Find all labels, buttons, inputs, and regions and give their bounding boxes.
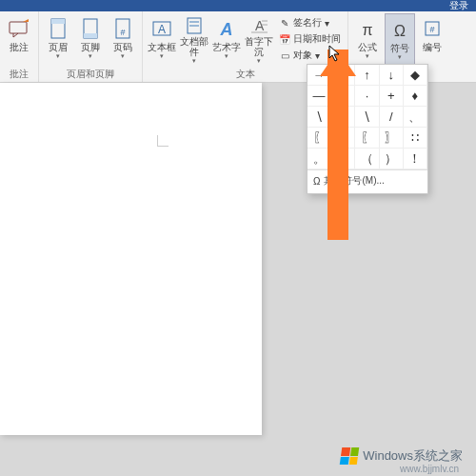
symbol-cell[interactable]: ∷ bbox=[404, 128, 427, 149]
windows-logo-icon bbox=[340, 447, 360, 465]
symbol-cell[interactable]: 〗 bbox=[331, 128, 355, 149]
title-bar: 登录 bbox=[0, 0, 476, 11]
chevron-down-icon: ▾ bbox=[325, 18, 329, 29]
signature-button[interactable]: ✎签名行 ▾ bbox=[276, 15, 344, 30]
document-page[interactable] bbox=[0, 83, 262, 435]
margin-marker bbox=[157, 135, 169, 147]
login-label[interactable]: 登录 bbox=[449, 0, 468, 12]
chevron-down-icon: ▾ bbox=[192, 57, 196, 65]
chevron-down-icon: ▾ bbox=[398, 53, 402, 61]
symbol-cell[interactable]: ！ bbox=[404, 149, 427, 169]
symbol-cell[interactable]: 〗 bbox=[380, 128, 404, 149]
symbol-cell[interactable]: ◆ bbox=[404, 65, 427, 86]
dropcap-button[interactable]: A 首字下沉 ▾ bbox=[244, 13, 274, 67]
symbol-dropdown-panel: →←↑↓◆—、·+♦∖/∖/、〖〗〖〗∷。¥（）！ Ω 其他符号(M)... bbox=[307, 64, 428, 194]
more-symbols-button[interactable]: Ω 其他符号(M)... bbox=[307, 169, 427, 191]
dropcap-icon: A bbox=[248, 15, 269, 36]
watermark: Windows系统之家 bbox=[341, 447, 463, 465]
svg-text:π: π bbox=[362, 22, 372, 38]
symbol-cell[interactable]: ↓ bbox=[380, 65, 404, 86]
symbol-cell[interactable]: （ bbox=[355, 149, 379, 169]
svg-text:Ω: Ω bbox=[394, 23, 406, 39]
svg-text:A: A bbox=[220, 20, 233, 39]
symbol-icon: Ω bbox=[313, 176, 320, 187]
signature-icon: ✎ bbox=[279, 17, 290, 29]
group-label-comments: 批注 bbox=[10, 68, 29, 81]
textbox-icon: A bbox=[151, 15, 172, 42]
quick-parts-button[interactable]: 文档部件 ▾ bbox=[179, 13, 209, 67]
chevron-down-icon: ▾ bbox=[89, 52, 92, 60]
group-header-footer: 页眉 ▾ 页脚 ▾ # 页码 ▾ 页眉和页脚 bbox=[39, 11, 143, 82]
object-icon: ▭ bbox=[279, 50, 290, 61]
chevron-down-icon: ▾ bbox=[366, 52, 369, 60]
symbol-cell[interactable]: 、 bbox=[404, 107, 427, 128]
header-button[interactable]: 页眉 ▾ bbox=[43, 13, 73, 67]
comment-icon bbox=[8, 15, 30, 42]
symbol-cell[interactable]: ∖ bbox=[307, 107, 331, 128]
symbol-cell[interactable]: ← bbox=[331, 65, 355, 86]
group-comments: 批注 批注 bbox=[0, 11, 39, 82]
symbol-cell[interactable]: + bbox=[380, 86, 404, 107]
datetime-button[interactable]: 📅日期和时间 bbox=[276, 31, 344, 47]
chevron-down-icon: ▾ bbox=[315, 50, 320, 61]
quick-parts-icon bbox=[185, 15, 204, 36]
equation-icon: π bbox=[357, 15, 378, 42]
chevron-down-icon: ▾ bbox=[160, 52, 164, 60]
symbol-cell[interactable]: ↑ bbox=[355, 65, 379, 86]
page-number-button[interactable]: # 页码 ▾ bbox=[108, 13, 138, 67]
symbol-cell[interactable]: 〖 bbox=[307, 128, 331, 149]
symbol-cell[interactable]: → bbox=[307, 65, 331, 86]
symbol-cell[interactable]: 、 bbox=[331, 86, 355, 107]
svg-rect-4 bbox=[84, 33, 97, 38]
datetime-icon: 📅 bbox=[279, 33, 290, 45]
symbol-icon: Ω bbox=[389, 16, 410, 43]
number-icon: # bbox=[422, 15, 443, 42]
new-comment-button[interactable]: 批注 bbox=[4, 13, 34, 67]
symbol-cell[interactable]: / bbox=[331, 107, 355, 128]
symbol-cell[interactable]: ） bbox=[380, 149, 404, 169]
number-button[interactable]: # 编号 bbox=[417, 13, 447, 67]
footer-button[interactable]: 页脚 ▾ bbox=[75, 13, 106, 67]
textbox-button[interactable]: A 文本框 ▾ bbox=[147, 13, 177, 67]
svg-text:A: A bbox=[255, 18, 265, 33]
chevron-down-icon: ▾ bbox=[225, 52, 228, 60]
chevron-down-icon: ▾ bbox=[121, 52, 125, 60]
symbol-cell[interactable]: 。 bbox=[307, 149, 331, 169]
header-icon bbox=[49, 15, 68, 42]
symbol-cell[interactable]: 〖 bbox=[355, 128, 379, 149]
watermark-text: Windows系统之家 bbox=[363, 447, 463, 465]
wordart-button[interactable]: A 艺术字 ▾ bbox=[211, 13, 242, 67]
symbol-cell[interactable]: ∖ bbox=[355, 107, 379, 128]
footer-icon bbox=[81, 15, 100, 42]
chevron-down-icon: ▾ bbox=[56, 52, 60, 60]
symbol-cell[interactable]: ¥ bbox=[331, 149, 355, 169]
group-label-text: 文本 bbox=[236, 68, 255, 81]
group-label-header-footer: 页眉和页脚 bbox=[67, 68, 114, 81]
svg-rect-0 bbox=[10, 22, 27, 33]
symbol-cell[interactable]: ♦ bbox=[404, 86, 427, 107]
svg-rect-10 bbox=[189, 21, 199, 23]
symbol-cell[interactable]: — bbox=[307, 86, 331, 107]
svg-rect-2 bbox=[51, 19, 65, 24]
object-button[interactable]: ▭对象 ▾ bbox=[276, 48, 344, 63]
chevron-down-icon: ▾ bbox=[257, 57, 261, 65]
symbol-button[interactable]: Ω 符号 ▾ bbox=[385, 13, 415, 67]
symbol-cell[interactable]: · bbox=[355, 86, 379, 107]
equation-button[interactable]: π 公式 ▾ bbox=[352, 13, 383, 67]
page-number-icon: # bbox=[113, 15, 132, 42]
svg-text:#: # bbox=[120, 28, 125, 37]
wordart-icon: A bbox=[216, 15, 237, 42]
svg-text:A: A bbox=[158, 23, 166, 36]
svg-text:#: # bbox=[429, 25, 434, 34]
svg-rect-11 bbox=[189, 25, 199, 27]
symbol-cell[interactable]: / bbox=[380, 107, 404, 128]
symbol-grid: →←↑↓◆—、·+♦∖/∖/、〖〗〖〗∷。¥（）！ bbox=[307, 65, 427, 169]
watermark-url: www.bjjmlv.cn bbox=[400, 464, 459, 474]
